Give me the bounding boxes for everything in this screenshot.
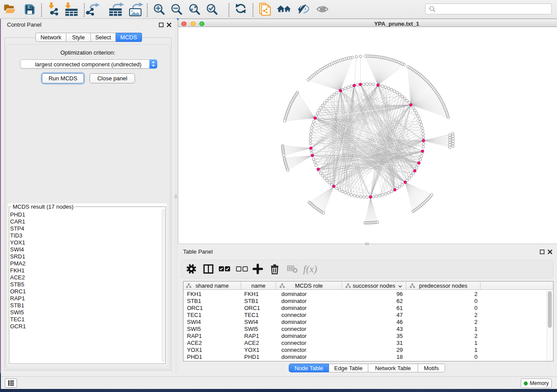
svg-text:f(x): f(x) — [303, 264, 317, 275]
